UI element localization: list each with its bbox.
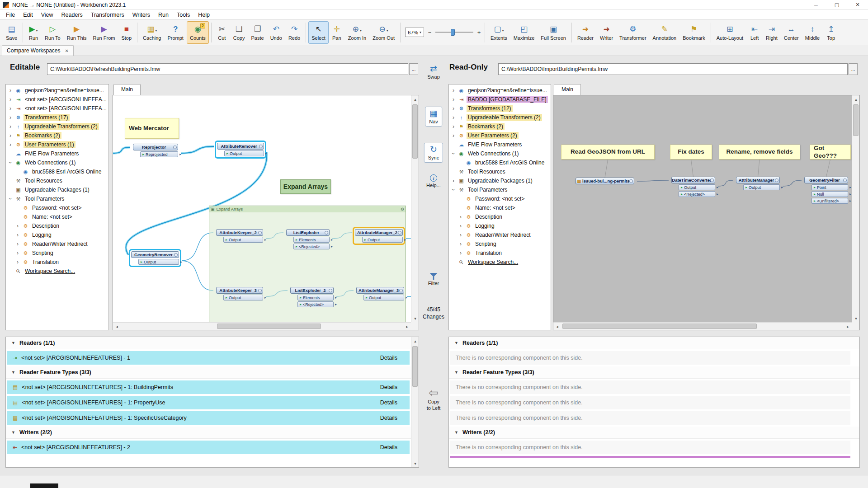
scroll-up-icon[interactable]: ▴	[852, 95, 860, 103]
zoom-slider-thumb[interactable]	[451, 29, 455, 36]
expander-icon[interactable]: ›	[8, 132, 13, 139]
menu-tools[interactable]: Tools	[173, 10, 194, 19]
node-listexploder[interactable]: ListExploder▸Elements▸▸<Rejected>▸	[286, 229, 330, 249]
zoom-level-select[interactable]: 67%▾	[405, 28, 424, 37]
toolbar-left-button[interactable]: ⇤Left	[746, 21, 763, 44]
canvas-tab-main-left[interactable]: Main	[113, 84, 141, 95]
port-output[interactable]: ▸Output▸	[224, 150, 264, 156]
expander-icon[interactable]: ›	[451, 87, 456, 94]
tree-item-scripting[interactable]: ›⚙Scripting	[6, 249, 108, 258]
tree-item-upgradeable-transformers-2[interactable]: ›↑Upgradeable Transformers (2)	[449, 113, 551, 122]
node-attributemanager[interactable]: AttributeManager▸Output▸	[736, 177, 780, 190]
node-properties-icon[interactable]	[173, 145, 177, 149]
section-header-writers-2-2[interactable]: ▼Writers (2/2)	[449, 427, 859, 439]
expander-icon[interactable]: ›	[15, 223, 20, 229]
tree-item-user-parameters-1[interactable]: ›⚙User Parameters (1)	[6, 140, 108, 149]
tree-item-translation[interactable]: ›⚙Translation	[6, 258, 108, 267]
details-button[interactable]: Details	[380, 355, 404, 361]
section-header-readers-1-1[interactable]: ▼Readers (1/1)	[449, 337, 859, 349]
tree-item-transformers-12[interactable]: ›⚙Transformers (12)	[449, 104, 551, 113]
toolbar-cut-button[interactable]: ✂Cut	[214, 21, 230, 44]
tree-item-web-connections-1[interactable]: ›◉Web Connections (1)	[6, 158, 108, 167]
tree-item-bruc5588-esri-arcgis-online[interactable]: ◉bruc5588 Esri ArcGIS Online	[449, 158, 551, 167]
toolbar-middle-button[interactable]: ↕Middle	[802, 21, 823, 44]
tree-item-translation[interactable]: ›⚙Translation	[449, 249, 551, 258]
filter-button[interactable]: Filter	[428, 273, 439, 286]
tree-item-not-set-arcgisonlinefea[interactable]: ›⇥<not set> [ARCGISONLINEFEA...	[6, 95, 108, 104]
toolbar-counts-button[interactable]: ◉2Counts	[187, 21, 209, 44]
tree-item-tool-resources[interactable]: ⚒Tool Resources	[6, 176, 108, 185]
node-properties-icon[interactable]	[398, 231, 401, 235]
toolbar-run-from-button[interactable]: ▶Run From	[90, 21, 118, 44]
toolbar-zoom-in-button[interactable]: ⊕▾Zoom In	[345, 21, 369, 44]
toolbar-extents-button[interactable]: ▢▾Extents	[487, 21, 510, 44]
port-elements[interactable]: ▸Elements▸	[293, 237, 330, 243]
expander-icon[interactable]: ›	[451, 132, 456, 139]
tree-item-scripting[interactable]: ›⚙Scripting	[449, 239, 551, 249]
node-properties-icon[interactable]	[775, 178, 778, 182]
toolbar-prompt-button[interactable]: ?Prompt	[164, 21, 186, 44]
port-rejected[interactable]: ▸<Rejected>▸	[297, 301, 334, 307]
expander-icon[interactable]: ›	[8, 96, 13, 103]
section-header-reader-feature-types-3-3[interactable]: ▼Reader Feature Types (3/3)	[449, 366, 859, 379]
expander-icon[interactable]: ›	[458, 232, 463, 238]
port-output[interactable]: ▸Output▸	[223, 237, 263, 243]
scrollbar-thumb[interactable]	[412, 346, 418, 387]
toolbar-right-button[interactable]: ⇥Right	[763, 21, 781, 44]
port-rejected[interactable]: ▸<Rejected>▸	[293, 244, 330, 249]
editable-browse-button[interactable]: ...	[409, 63, 418, 75]
readonly-browse-button[interactable]: ...	[849, 63, 858, 75]
tree-item-upgradeable-packages-1[interactable]: ›▣Upgradeable Packages (1)	[449, 176, 551, 185]
expander-icon[interactable]: ›	[15, 250, 20, 256]
expander-icon[interactable]: ›	[450, 151, 457, 156]
scroll-right-icon[interactable]: ▸	[844, 323, 852, 330]
expander-icon[interactable]: ›	[8, 105, 13, 112]
scroll-down-icon[interactable]: ▾	[411, 314, 419, 322]
editable-canvas-viewport[interactable]: ◂ ▸ ▴ ▾ ▣Expand Arrays⚙Expand ArraysWeb …	[113, 95, 419, 330]
node-datetimeconverter[interactable]: DateTimeConverter▸Output▸▸<Rejected>▸	[671, 177, 715, 197]
tree-item-fme-flow-parameters[interactable]: ☁FME Flow Parameters	[6, 149, 108, 158]
menu-edit[interactable]: Edit	[19, 10, 37, 19]
tree-item-description[interactable]: ›⚙Description	[449, 212, 551, 221]
toolbar-maximize-button[interactable]: ◰Maximize	[510, 21, 538, 44]
scrollbar-thumb[interactable]	[853, 104, 859, 136]
port-output[interactable]: ▸Output▸	[223, 295, 263, 300]
port-null[interactable]: ▸Null▸	[811, 191, 848, 197]
expander-icon[interactable]: ›	[451, 114, 456, 121]
tree-item-password-not-set[interactable]: ⚙Password: <not set>	[449, 194, 551, 203]
expander-icon[interactable]: ›	[8, 141, 13, 148]
tree-item-not-set-arcgisonlinefea[interactable]: ›⇥<not set> [ARCGISONLINEFEA...	[6, 104, 108, 113]
horizontal-scrollbar[interactable]: ◂ ▸	[113, 322, 411, 330]
tree-item-description[interactable]: ›⚙Description	[6, 221, 108, 230]
toolbar-run-this-button[interactable]: ▶Run This	[64, 21, 90, 44]
toolbar-stop-button[interactable]: ■Stop	[118, 21, 135, 44]
node-properties-icon[interactable]	[174, 253, 178, 257]
node-properties-icon[interactable]	[629, 179, 633, 183]
tree-item-user-parameters-2[interactable]: ›⚙User Parameters (2)	[449, 131, 551, 140]
tree-item-upgradeable-packages-1[interactable]: ▣Upgradeable Packages (1)	[6, 185, 108, 194]
zoom-slider[interactable]	[435, 32, 473, 33]
toolbar-bookmark-button[interactable]: ⚑Bookmark	[679, 21, 708, 44]
tree-item-workspace-search[interactable]: ⚲Workspace Search...	[449, 258, 551, 267]
tree-item-transformers-17[interactable]: ›⚙Transformers (17)	[6, 113, 108, 122]
toolbar-redo-button[interactable]: ↷Redo	[285, 21, 303, 44]
vertical-scrollbar[interactable]: ▴ ▾	[852, 95, 859, 322]
toolbar-reader-button[interactable]: ➜Reader	[574, 21, 597, 44]
menu-writers[interactable]: Writers	[128, 10, 154, 19]
node-attributemanager-2[interactable]: AttributeManager_2▸Output▸	[355, 229, 403, 243]
port-reprojected[interactable]: ▸Reprojected▸	[140, 151, 178, 157]
tree-item-reader-writer-redirect[interactable]: ›⚙Reader/Writer Redirect	[449, 230, 551, 239]
tree-item-baddo-geodatabase-file[interactable]: ›⇥BADDO [GEODATABASE_FILE]	[449, 95, 551, 104]
expander-icon[interactable]: ›	[458, 241, 463, 247]
readonly-canvas-viewport[interactable]: ◂ ▸ ▴ ▾ Read GeoJSON from URLFix datesRe…	[553, 95, 860, 330]
node-properties-icon[interactable]	[259, 145, 263, 148]
port-rejected[interactable]: ▸<Rejected>▸	[679, 191, 715, 197]
scroll-down-icon[interactable]: ▾	[852, 314, 860, 322]
toolbar-run-button[interactable]: ▶▾Run	[25, 21, 42, 44]
menu-view[interactable]: View	[37, 10, 57, 19]
canvas-tab-main-right[interactable]: Main	[554, 84, 581, 95]
node-properties-icon[interactable]	[710, 178, 714, 182]
toolbar-save-button[interactable]: ▤Save	[3, 21, 20, 44]
vertical-scrollbar[interactable]: ▴ ▾	[411, 337, 419, 467]
port-output[interactable]: ▸Output▸	[743, 184, 780, 190]
